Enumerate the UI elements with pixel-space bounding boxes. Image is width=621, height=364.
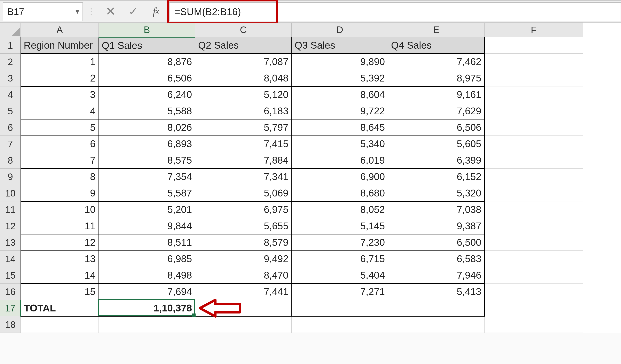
cell[interactable]: 7 [21,152,99,169]
cell[interactable]: 5,404 [292,267,388,283]
cell[interactable]: 3 [21,87,99,103]
cell[interactable] [484,185,583,201]
cell[interactable]: 6,975 [195,201,292,218]
cell[interactable]: 12 [21,234,99,251]
cell[interactable]: 7,629 [388,103,484,119]
row-header[interactable]: 16 [0,283,21,300]
cell-D1[interactable]: Q3 Sales [292,37,388,53]
cell[interactable] [292,316,388,333]
cell[interactable]: 7,271 [292,283,388,300]
cell[interactable]: 11 [21,218,99,234]
cell[interactable]: 8,645 [292,119,388,136]
cell[interactable]: 5,797 [195,119,292,136]
cell[interactable] [484,218,583,234]
cell[interactable]: 5,655 [195,218,292,234]
row-header[interactable]: 8 [0,152,21,169]
cell-F1[interactable] [484,37,583,53]
cell[interactable]: 1 [21,53,99,70]
cell[interactable]: 5,201 [99,201,195,218]
cell[interactable]: 8,026 [99,119,195,136]
cell[interactable]: 6,152 [388,169,484,185]
row-header[interactable]: 12 [0,218,21,234]
cell[interactable] [484,300,583,316]
row-header[interactable]: 1 [0,37,21,53]
cell[interactable]: 8,604 [292,87,388,103]
cell[interactable]: 10 [21,201,99,218]
cell[interactable] [388,316,484,333]
cell[interactable] [484,283,583,300]
cell[interactable]: 9,492 [195,251,292,267]
cell[interactable]: 5,145 [292,218,388,234]
cell[interactable]: 8 [21,169,99,185]
cell[interactable]: 6,900 [292,169,388,185]
name-box-dropdown-icon[interactable]: ▼ [74,8,80,15]
cell[interactable]: 7,694 [99,283,195,300]
cell[interactable]: 7,462 [388,53,484,70]
cell[interactable]: 7,354 [99,169,195,185]
cell[interactable]: 6,893 [99,136,195,152]
cell[interactable] [484,53,583,70]
cell-C17[interactable] [195,300,292,316]
insert-function-button[interactable]: fx [144,2,167,20]
cell[interactable]: 4 [21,103,99,119]
row-header[interactable]: 11 [0,201,21,218]
col-header-B[interactable]: B [99,23,195,37]
col-header-F[interactable]: F [484,23,583,37]
cell[interactable]: 7,946 [388,267,484,283]
cell[interactable]: 6,583 [388,251,484,267]
cell[interactable]: 2 [21,70,99,87]
cell[interactable]: 9,890 [292,53,388,70]
cell[interactable] [484,234,583,251]
cell[interactable] [484,87,583,103]
cell[interactable]: 8,575 [99,152,195,169]
cell[interactable]: 6,019 [292,152,388,169]
cell[interactable]: 15 [21,283,99,300]
row-header[interactable]: 4 [0,87,21,103]
cell[interactable]: 8,052 [292,201,388,218]
cell[interactable]: 5,588 [99,103,195,119]
cell[interactable]: 9 [21,185,99,201]
cell[interactable]: 5 [21,119,99,136]
cell[interactable]: 7,884 [195,152,292,169]
col-header-A[interactable]: A [21,23,99,37]
cell-E17[interactable] [388,300,484,316]
row-header[interactable]: 17 [0,300,21,316]
cell[interactable] [484,267,583,283]
cell-A1[interactable]: Region Number [21,37,99,53]
cell[interactable] [99,316,195,333]
cell[interactable] [484,201,583,218]
cell[interactable]: 6,506 [99,70,195,87]
row-header[interactable]: 2 [0,53,21,70]
cell[interactable] [484,169,583,185]
row-header[interactable]: 3 [0,70,21,87]
cell[interactable] [484,316,583,333]
cell[interactable]: 6 [21,136,99,152]
cell[interactable]: 8,470 [195,267,292,283]
cell[interactable]: 8,511 [99,234,195,251]
cell[interactable]: 9,161 [388,87,484,103]
cell[interactable] [195,316,292,333]
cell[interactable]: 5,587 [99,185,195,201]
cell[interactable]: 8,498 [99,267,195,283]
cell[interactable]: 5,392 [292,70,388,87]
cell[interactable] [484,119,583,136]
cell-A17[interactable]: TOTAL [21,300,99,316]
cell[interactable]: 7,230 [292,234,388,251]
cell[interactable] [484,152,583,169]
cell[interactable]: 9,844 [99,218,195,234]
cell[interactable]: 5,605 [388,136,484,152]
row-header[interactable]: 18 [0,316,21,333]
cell-B1[interactable]: Q1 Sales [99,37,195,53]
row-header[interactable]: 10 [0,185,21,201]
cell[interactable]: 14 [21,267,99,283]
cell[interactable]: 5,320 [388,185,484,201]
row-header[interactable]: 6 [0,119,21,136]
cell[interactable]: 7,441 [195,283,292,300]
cell[interactable]: 5,120 [195,87,292,103]
cell[interactable] [484,103,583,119]
cell[interactable]: 8,579 [195,234,292,251]
cell[interactable]: 9,722 [292,103,388,119]
select-all-corner[interactable] [0,23,21,37]
col-header-E[interactable]: E [388,23,484,37]
cell[interactable]: 5,413 [388,283,484,300]
